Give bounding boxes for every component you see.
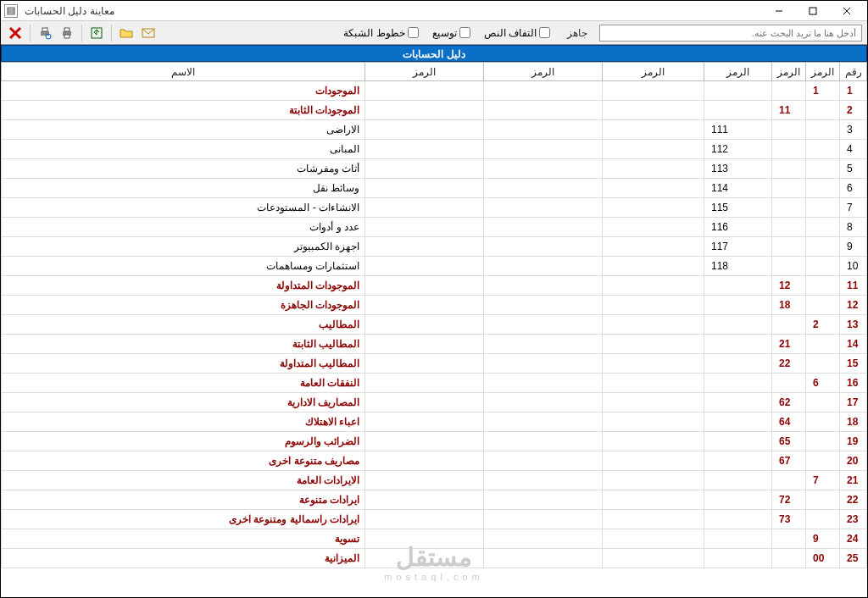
cell-code1 [806,490,840,510]
col-name[interactable]: الاسم [2,63,365,81]
cell-code6 [365,101,484,120]
cell-code4 [603,510,704,529]
app-icon [4,4,18,18]
cell-name: الميزانية [2,549,365,568]
cell-code2 [772,159,806,179]
cell-code5 [484,140,603,159]
cell-code1 [806,159,840,179]
cell-code4 [603,432,704,451]
cell-code4 [603,335,704,354]
table-row[interactable]: 166النفقات العامة [2,374,867,393]
cell-code6 [365,218,484,237]
cell-code3: 115 [704,198,772,218]
cell-code3 [704,393,772,413]
cell-code3 [704,432,772,451]
cell-code6 [365,81,484,101]
cell-code4 [603,354,704,374]
table-row[interactable]: 1965الضرائب والرسوم [2,432,867,451]
minimize-button[interactable] [762,2,796,20]
cell-code2 [772,179,806,198]
cell-code2: 65 [772,432,806,451]
cell-code6 [365,393,484,413]
svg-rect-11 [64,28,70,31]
close-button[interactable] [830,2,864,20]
search-input[interactable] [599,25,862,42]
col-code5[interactable]: الرمز [484,63,603,81]
table-row[interactable]: 1112الموجودات المتداولة [2,276,867,296]
cell-name: الاراضى [2,120,365,140]
table-row[interactable]: 8116عدد و أدوات [2,218,867,237]
svg-rect-14 [42,28,47,31]
print-icon[interactable] [58,24,76,42]
table-scroll[interactable]: رقم الرمز الرمز الرمز الرمز الرمز الرمز … [1,62,867,597]
cell-code1: 6 [806,374,840,393]
cell-code5 [484,120,603,140]
table-row[interactable]: 2272ايرادات متنوعة [2,490,867,510]
maximize-button[interactable] [796,2,830,20]
table-row[interactable]: 5113أثاث ومفرشات [2,159,867,179]
table-row[interactable]: 132المطاليب [2,315,867,335]
cell-code5 [484,81,603,101]
col-code6[interactable]: الرمز [365,63,484,81]
table-row[interactable]: 2067مصاريف متنوعة اخرى [2,451,867,471]
cell-code4 [603,257,704,276]
table-row[interactable]: 2500الميزانية [2,549,867,568]
col-code1[interactable]: الرمز [806,63,840,81]
cell-rownum: 4 [840,140,867,159]
cell-code3 [704,315,772,335]
print-preview-icon[interactable] [36,24,54,42]
table-row[interactable]: 9117اجهزة الكمبيوتر [2,237,867,257]
cell-code6 [365,549,484,568]
table-row[interactable]: 1522المطاليب المتداولة [2,354,867,374]
export-icon[interactable] [87,24,106,42]
cell-code2: 73 [772,510,806,529]
table-row[interactable]: 6114وسائط نقل [2,179,867,198]
table-row[interactable]: 217الايرادات العامة [2,471,867,490]
col-rownum[interactable]: رقم [840,63,867,81]
table-row[interactable]: 4112المبانى [2,140,867,159]
table-row[interactable]: 2373ايرادات راسمالية ومتنوعة اخرى [2,510,867,529]
cell-code5 [484,296,603,315]
cell-code1: 1 [806,81,840,101]
cell-code1: 00 [806,549,840,568]
wrap-text-checkbox[interactable]: التفاف النص [479,27,555,39]
col-code2[interactable]: الرمز [772,63,806,81]
cell-code2: 72 [772,490,806,510]
table-row[interactable]: 7115الانشاءات - المستودعات [2,198,867,218]
cell-code1 [806,198,840,218]
cell-code3 [704,296,772,315]
cell-name: أثاث ومفرشات [2,159,365,179]
cell-code6 [365,159,484,179]
cell-rownum: 25 [840,549,867,568]
delete-icon[interactable] [6,24,25,42]
cell-code4 [603,490,704,510]
gridlines-checkbox[interactable]: خطوط الشبكة [338,27,423,39]
cell-code3 [704,413,772,432]
table-row[interactable]: 249تسوية [2,529,867,549]
table-row[interactable]: 11الموجودات [2,81,867,101]
table-row[interactable]: 1421المطاليب الثابتة [2,335,867,354]
cell-name: الموجودات المتداولة [2,276,365,296]
table-row[interactable]: 1218الموجودات الجاهزة [2,296,867,315]
cell-code3 [704,354,772,374]
cell-code2 [772,120,806,140]
table-row[interactable]: 3111الاراضى [2,120,867,140]
mail-icon[interactable] [139,24,158,42]
cell-code3: 114 [704,179,772,198]
table-row[interactable]: 211الموجودات الثابتة [2,101,867,120]
table-row[interactable]: 1762المصاريف الادارية [2,393,867,413]
col-code4[interactable]: الرمز [603,63,704,81]
folder-icon[interactable] [117,24,136,42]
cell-code6 [365,374,484,393]
cell-code3 [704,510,772,529]
cell-code2: 64 [772,413,806,432]
cell-rownum: 7 [840,198,867,218]
cell-code5 [484,315,603,335]
accounts-table: رقم الرمز الرمز الرمز الرمز الرمز الرمز … [1,62,867,568]
table-row[interactable]: 1864اعباء الاهتلاك [2,413,867,432]
expand-checkbox[interactable]: توسيع [427,27,476,39]
table-row[interactable]: 10118استثمارات ومساهمات [2,257,867,276]
cell-name: الموجودات الجاهزة [2,296,365,315]
cell-code4 [603,237,704,257]
col-code3[interactable]: الرمز [704,63,772,81]
